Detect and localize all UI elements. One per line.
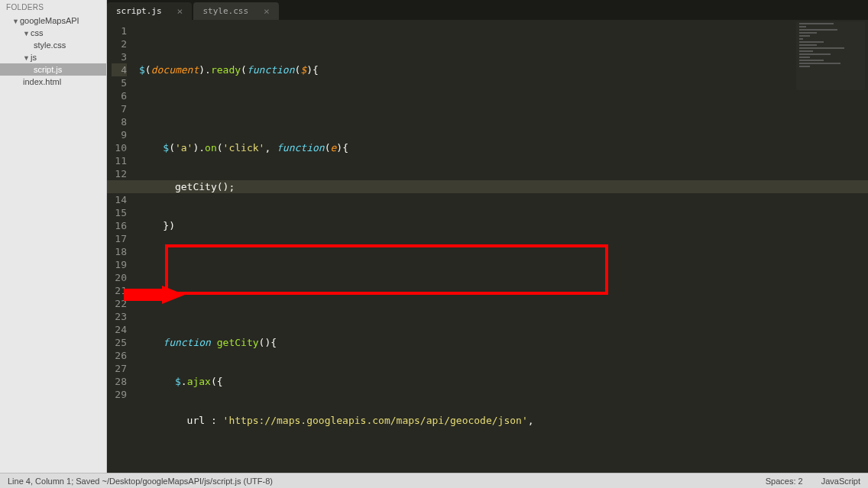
line-number: 29 [112,388,127,401]
tree-item-label: js [31,53,37,62]
line-number: 26 [112,349,127,362]
line-number: 24 [112,323,127,336]
line-number: 2 [112,37,127,50]
editor-tab[interactable]: style.css× [193,2,278,20]
line-number: 21 [112,284,127,297]
line-number: 5 [112,76,127,89]
folder-tree-file[interactable]: script.js [0,63,106,76]
line-number: 23 [112,310,127,323]
line-number: 22 [112,297,127,310]
tree-item-label: googleMapsAPI [20,16,79,25]
disclosure-triangle-icon[interactable]: ▼ [23,30,31,37]
tab-label: style.css [202,6,248,16]
line-number: 7 [112,102,127,115]
line-number-gutter: 1234567891011121314151617181920212223242… [107,20,134,473]
line-number: 11 [112,154,127,167]
tree-item-label: script.js [34,65,62,74]
tree-item-label: style.css [34,40,66,50]
line-number: 15 [112,206,127,219]
folder-tree-file[interactable]: index.html [0,76,106,88]
folder-tree: ▼googleMapsAPI▼cssstyle.css▼jsscript.jsi… [0,15,106,88]
folder-tree-folder[interactable]: ▼js [0,51,106,63]
tab-label: script.js [116,6,162,16]
editor-tab[interactable]: script.js× [107,2,192,20]
folder-tree-file[interactable]: style.css [0,39,106,51]
line-number: 25 [112,336,127,349]
line-number: 12 [112,167,127,180]
line-number: 9 [112,128,127,141]
line-number: 1 [112,24,127,37]
tab-bar: script.js×style.css× [107,0,868,20]
line-number: 27 [112,362,127,375]
disclosure-triangle-icon[interactable]: ▼ [23,54,31,62]
close-icon[interactable]: × [264,5,270,17]
line-number: 16 [112,219,127,232]
editor-body[interactable]: 1234567891011121314151617181920212223242… [107,20,868,473]
line-number: 17 [112,232,127,245]
minimap[interactable] [796,21,865,90]
line-number: 14 [112,193,127,206]
status-language[interactable]: JavaScript [821,477,860,486]
tree-item-label: index.html [23,77,61,86]
folder-tree-folder[interactable]: ▼css [0,27,106,39]
status-indent[interactable]: Spaces: 2 [766,477,803,486]
line-number: 6 [112,89,127,102]
close-icon[interactable]: × [177,5,183,17]
line-number: 10 [112,141,127,154]
folder-tree-folder[interactable]: ▼googleMapsAPI [0,15,106,27]
folder-sidebar: FOLDERS ▼googleMapsAPI▼cssstyle.css▼jssc… [0,0,107,473]
disclosure-triangle-icon[interactable]: ▼ [12,18,20,25]
line-number: 8 [112,115,127,128]
editor-area: script.js×style.css× 1234567891011121314… [107,0,868,473]
code-content[interactable]: $(document).ready(function($){ $('a').on… [134,20,868,473]
tree-item-label: css [31,28,44,37]
line-number: 4 [112,63,127,76]
line-number: 28 [112,375,127,388]
line-number: 19 [112,258,127,271]
status-bar: Line 4, Column 1; Saved ~/Desktop/google… [0,473,868,488]
line-number: 3 [112,50,127,63]
line-number: 18 [112,245,127,258]
status-left: Line 4, Column 1; Saved ~/Desktop/google… [8,477,273,486]
line-number: 20 [112,271,127,284]
sidebar-header: FOLDERS [0,0,106,15]
